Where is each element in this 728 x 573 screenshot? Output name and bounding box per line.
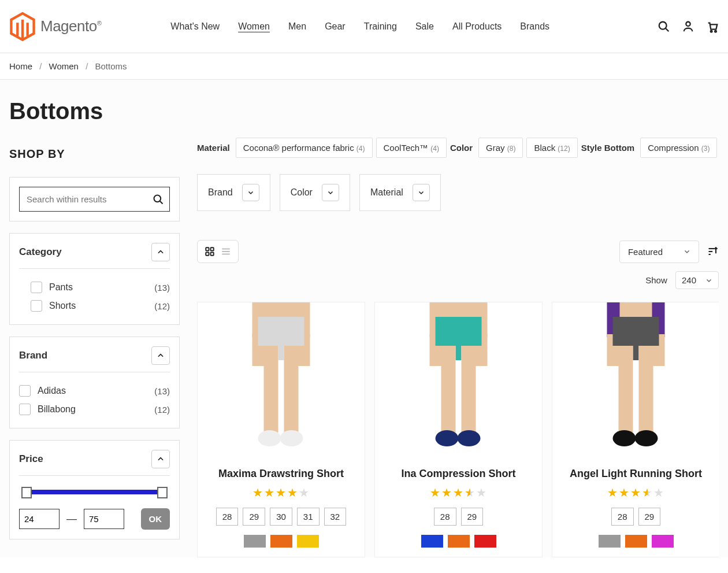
size-swatch[interactable]: 29 (461, 508, 484, 526)
chip-cooltech[interactable]: CoolTech™ (4) (376, 138, 447, 158)
checkbox-shorts[interactable] (31, 300, 42, 312)
chip-black[interactable]: Black (12) (526, 138, 577, 158)
search-icon[interactable] (658, 20, 670, 33)
nav-all-products[interactable]: All Products (452, 21, 502, 32)
size-swatch[interactable]: 31 (297, 508, 320, 526)
svg-rect-8 (211, 247, 214, 250)
header: Magento® What's New Women Men Gear Train… (0, 0, 728, 53)
facet-brand-toggle[interactable] (151, 346, 170, 365)
price-max-input[interactable] (84, 509, 124, 529)
checkbox-billabong[interactable] (19, 404, 31, 415)
facet-category-toggle[interactable] (151, 243, 170, 261)
search-within-icon[interactable] (153, 194, 164, 205)
product-image[interactable] (198, 302, 365, 459)
svg-rect-23 (284, 346, 299, 432)
chevron-down-icon (247, 189, 254, 196)
cart-icon[interactable] (706, 20, 719, 33)
size-swatch[interactable]: 28 (611, 508, 634, 526)
size-swatch[interactable]: 32 (324, 508, 347, 526)
facet-brand-title: Brand (19, 350, 47, 361)
color-swatch[interactable] (448, 535, 470, 548)
svg-rect-22 (264, 346, 278, 432)
product-name[interactable]: Maxima Drawstring Short (198, 468, 365, 480)
color-swatch[interactable] (625, 535, 647, 548)
facet-option-billabong[interactable]: Billabong (12) (19, 400, 170, 419)
product-rating: ★★★★★ (552, 486, 719, 500)
sort-select[interactable]: Featured (619, 241, 699, 263)
price-ok-button[interactable]: OK (141, 508, 170, 530)
chip-compression[interactable]: Compression (3) (640, 138, 717, 158)
svg-rect-9 (206, 253, 209, 256)
dropdown-row: Brand Color Material (197, 174, 719, 211)
nav-men[interactable]: Men (288, 21, 306, 32)
svg-rect-40 (619, 346, 633, 432)
product-card[interactable]: Angel Light Running Short ★★★★★ 2829 (552, 302, 719, 557)
nav-training[interactable]: Training (364, 21, 397, 32)
logo[interactable]: Magento® (9, 12, 101, 41)
facet-option-shorts[interactable]: Shorts (12) (19, 297, 170, 315)
svg-point-42 (613, 430, 636, 446)
size-swatch[interactable]: 29 (638, 508, 661, 526)
product-name[interactable]: Ina Compression Short (375, 468, 542, 480)
color-swatch[interactable] (270, 535, 292, 548)
slider-handle-min[interactable] (21, 487, 32, 498)
dropdown-brand[interactable]: Brand (197, 174, 270, 211)
product-card[interactable]: Ina Compression Short ★★★★★ 2829 (374, 302, 543, 557)
size-swatch[interactable]: 29 (243, 508, 265, 526)
color-swatch[interactable] (599, 535, 621, 548)
product-image[interactable] (375, 302, 542, 459)
product-image[interactable] (552, 302, 719, 459)
svg-point-0 (659, 21, 667, 29)
price-min-input[interactable] (19, 509, 60, 529)
search-within-box (9, 177, 180, 221)
checkbox-pants[interactable] (31, 282, 42, 293)
color-swatch[interactable] (297, 535, 319, 548)
chevron-down-icon (418, 189, 425, 196)
facet-option-adidas[interactable]: Adidas (13) (19, 382, 170, 400)
account-icon[interactable] (682, 20, 694, 33)
product-card[interactable]: Maxima Drawstring Short ★★★★★ 2829303132 (197, 302, 365, 557)
sort-direction-icon[interactable] (707, 246, 719, 257)
nav-sale[interactable]: Sale (415, 21, 434, 32)
top-filter-bar: Material Cocona® performance fabric (4) … (197, 138, 719, 158)
size-swatches: 2829 (552, 508, 719, 526)
chevron-down-icon (705, 277, 712, 284)
slider-handle-max[interactable] (157, 487, 168, 498)
color-swatch[interactable] (474, 535, 496, 548)
dropdown-material[interactable]: Material (359, 174, 441, 211)
color-swatch[interactable] (652, 535, 674, 548)
logo-text: Magento® (40, 17, 101, 35)
chevron-up-icon (157, 455, 165, 463)
search-within-input[interactable] (19, 187, 170, 212)
size-swatch[interactable]: 28 (216, 508, 239, 526)
size-swatch[interactable]: 30 (270, 508, 292, 526)
magento-logo-icon (9, 12, 36, 41)
list-view-icon[interactable] (221, 246, 231, 257)
chip-gray[interactable]: Gray (8) (478, 138, 523, 158)
dropdown-color[interactable]: Color (280, 174, 350, 211)
grid-view-icon[interactable] (205, 246, 215, 257)
svg-rect-31 (441, 346, 456, 432)
size-swatch[interactable]: 28 (434, 508, 456, 526)
slider-track (25, 490, 164, 494)
nav-whats-new[interactable]: What's New (170, 21, 220, 32)
product-name[interactable]: Angel Light Running Short (552, 468, 719, 480)
checkbox-adidas[interactable] (19, 385, 31, 397)
color-swatch[interactable] (244, 535, 266, 548)
svg-point-2 (686, 21, 690, 25)
facet-option-pants[interactable]: Pants (13) (19, 278, 170, 297)
chevron-up-icon (157, 352, 165, 360)
color-swatch[interactable] (421, 535, 443, 548)
nav-brands[interactable]: Brands (520, 21, 549, 32)
facet-category-title: Category (19, 246, 62, 258)
show-select[interactable]: 240 (675, 271, 719, 289)
facet-price-toggle[interactable] (151, 450, 170, 468)
price-slider[interactable] (19, 485, 170, 497)
breadcrumb-home[interactable]: Home (9, 61, 32, 71)
breadcrumb-women[interactable]: Women (49, 61, 79, 71)
nav-gear[interactable]: Gear (325, 21, 346, 32)
filter-label-material: Material (197, 143, 230, 153)
breadcrumb-current: Bottoms (95, 61, 127, 71)
nav-women[interactable]: Women (238, 21, 270, 32)
chip-cocona[interactable]: Cocona® performance fabric (4) (236, 138, 373, 158)
